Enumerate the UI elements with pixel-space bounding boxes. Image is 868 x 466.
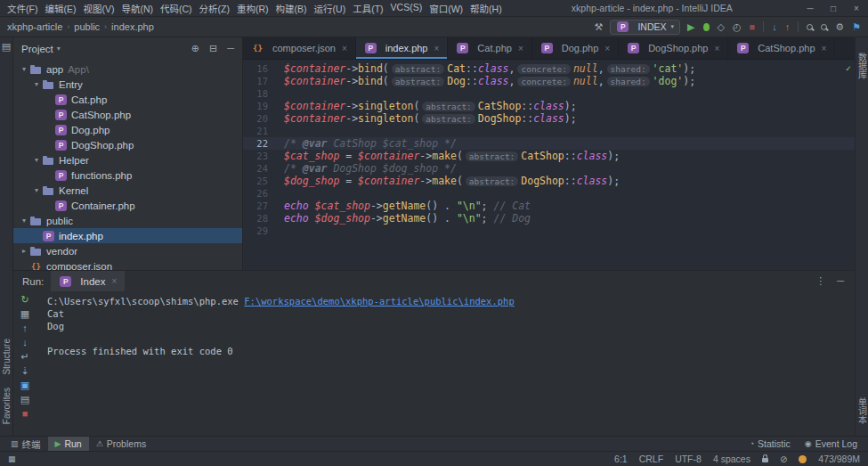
line-number[interactable]: 20 — [243, 112, 277, 125]
layout-icon[interactable]: ▦ — [20, 309, 29, 320]
search-icon[interactable] — [807, 24, 813, 30]
toolwindow-button[interactable]: ◔Statistic — [742, 437, 798, 451]
print-icon[interactable]: ▤ — [20, 395, 29, 405]
stop-icon[interactable]: ■ — [750, 22, 756, 32]
tree-item[interactable]: Container.php — [13, 198, 242, 213]
highlighting-level-icon[interactable]: ⊘ — [780, 454, 787, 464]
breadcrumb-item[interactable]: xkphp-article — [7, 21, 62, 32]
tree-item[interactable]: composer.json — [13, 258, 242, 270]
profiler-icon[interactable]: ◴ — [733, 22, 742, 32]
line-number[interactable]: 26 — [243, 187, 277, 200]
run-config-selector[interactable]: INDEX ▾ — [610, 20, 680, 35]
rerun-icon[interactable]: ↻ — [20, 295, 28, 306]
tree-item[interactable]: ▾app App\ — [13, 61, 242, 77]
tree-item[interactable]: Cat.php — [13, 92, 242, 107]
editor-tab[interactable]: CatShop.php× — [728, 37, 835, 59]
tree-item[interactable]: CatShop.php — [13, 107, 242, 122]
locate-icon[interactable]: ⊕ — [191, 44, 199, 53]
tree-item[interactable]: ▾Helper — [13, 152, 242, 168]
menu-item[interactable]: 工具(T) — [349, 2, 386, 15]
close-icon[interactable]: × — [111, 276, 117, 286]
toolwindow-switcher-icon[interactable]: ▦ — [8, 455, 16, 463]
line-number[interactable]: 16 — [243, 62, 277, 75]
toolwindow-button[interactable]: ▶Run — [48, 437, 89, 451]
up-icon[interactable]: ↑ — [22, 323, 28, 334]
line-number[interactable]: 25 — [243, 175, 277, 187]
close-icon[interactable]: × — [518, 44, 523, 53]
tree-item[interactable]: ▾Kernel — [13, 183, 242, 198]
toolwindow-button[interactable]: 单词本 — [856, 397, 868, 424]
menu-item[interactable]: 编辑(E) — [41, 2, 79, 15]
line-number[interactable]: 22 — [243, 137, 277, 150]
build-icon[interactable]: ⚒ — [595, 22, 604, 32]
menu-item[interactable]: 重构(R) — [233, 2, 272, 15]
editor-tab[interactable]: Cat.php× — [448, 37, 531, 59]
debug-icon[interactable] — [703, 23, 710, 31]
readonly-lock-icon[interactable] — [762, 458, 768, 462]
close-icon[interactable]: × — [342, 44, 347, 53]
close-icon[interactable]: × — [714, 44, 719, 53]
close-icon[interactable]: × — [845, 4, 868, 13]
close-icon[interactable]: × — [604, 44, 610, 53]
memory-indicator[interactable]: 473/989M — [818, 454, 860, 464]
find-icon[interactable] — [821, 24, 827, 30]
hide-icon[interactable]: ─ — [227, 44, 234, 53]
menu-item[interactable]: 代码(C) — [157, 2, 196, 15]
editor-tab[interactable]: composer.json× — [243, 37, 356, 59]
tree-item[interactable]: ▸vendor — [13, 243, 242, 258]
line-number[interactable]: 23 — [243, 150, 277, 162]
menu-item[interactable]: 运行(U) — [311, 2, 350, 15]
indent-setting[interactable]: 4 spaces — [713, 454, 750, 464]
toolwindow-button[interactable]: Structure — [2, 339, 12, 375]
editor-tab[interactable]: index.php× — [356, 37, 449, 59]
vcs-update-icon[interactable]: ↓ — [772, 22, 777, 32]
more-icon[interactable]: ⋮ — [815, 276, 825, 286]
menu-item[interactable]: 导航(N) — [118, 2, 157, 15]
toolwindow-button[interactable]: 数据库 — [856, 53, 868, 79]
close-icon[interactable]: × — [822, 44, 827, 53]
menu-item[interactable]: 构建(B) — [272, 2, 311, 15]
clear-icon[interactable]: ■ — [22, 409, 28, 420]
pin-icon[interactable]: ▣ — [20, 380, 29, 391]
toolwindow-button[interactable]: ▥终端 — [4, 437, 48, 451]
inspections-ok-icon[interactable]: ✓ — [846, 62, 851, 75]
file-link[interactable]: F:\workspace\demo\xkphp-article\public\i… — [244, 296, 514, 307]
menu-item[interactable]: 视图(V) — [79, 2, 118, 15]
code-editor[interactable]: 1617181920212223242526272829 $container-… — [243, 60, 855, 270]
gutter[interactable]: 1617181920212223242526272829 — [243, 60, 277, 270]
project-panel-title[interactable]: Project — [21, 44, 53, 54]
collapse-icon[interactable]: ⊟ — [209, 44, 217, 53]
line-number[interactable]: 24 — [243, 162, 277, 175]
line-number[interactable]: 18 — [243, 87, 277, 100]
tree-item[interactable]: Dog.php — [13, 122, 242, 137]
minimize-icon[interactable]: ─ — [799, 4, 822, 13]
menu-item[interactable]: 分析(Z) — [196, 2, 233, 15]
settings-icon[interactable]: ⚙ — [835, 22, 844, 32]
breadcrumb-item[interactable]: public — [74, 21, 100, 32]
hide-icon[interactable]: ─ — [837, 276, 844, 286]
line-separator[interactable]: CRLF — [639, 454, 663, 464]
bookmark-icon[interactable]: ⚑ — [852, 22, 861, 32]
line-number[interactable]: 29 — [243, 225, 277, 237]
tree-item[interactable]: index.php — [13, 228, 242, 243]
maximize-icon[interactable]: □ — [822, 4, 845, 13]
scroll-end-icon[interactable]: ⇣ — [20, 366, 28, 377]
editor-tab[interactable]: DogShop.php× — [619, 37, 728, 59]
menu-item[interactable]: 窗口(W) — [426, 2, 466, 15]
menu-item[interactable]: 帮助(H) — [466, 2, 506, 15]
project-icon[interactable]: ▤ — [2, 42, 11, 52]
line-number[interactable]: 27 — [243, 200, 277, 212]
line-number[interactable]: 17 — [243, 75, 277, 87]
caret-position[interactable]: 6:1 — [614, 454, 628, 464]
softwrap-icon[interactable]: ↵ — [20, 352, 28, 363]
tree-item[interactable]: functions.php — [13, 168, 242, 183]
vcs-push-icon[interactable]: ↑ — [785, 22, 791, 32]
coverage-icon[interactable]: ◇ — [718, 22, 725, 32]
down-icon[interactable]: ↓ — [22, 338, 28, 348]
toolwindow-button[interactable]: ⚠Problems — [89, 437, 153, 451]
line-number[interactable]: 21 — [243, 125, 277, 137]
close-icon[interactable]: × — [434, 44, 440, 53]
run-tab[interactable]: Index × — [51, 271, 125, 291]
breadcrumb-item[interactable]: index.php — [111, 21, 154, 32]
tree-item[interactable]: ▾public — [13, 213, 242, 228]
